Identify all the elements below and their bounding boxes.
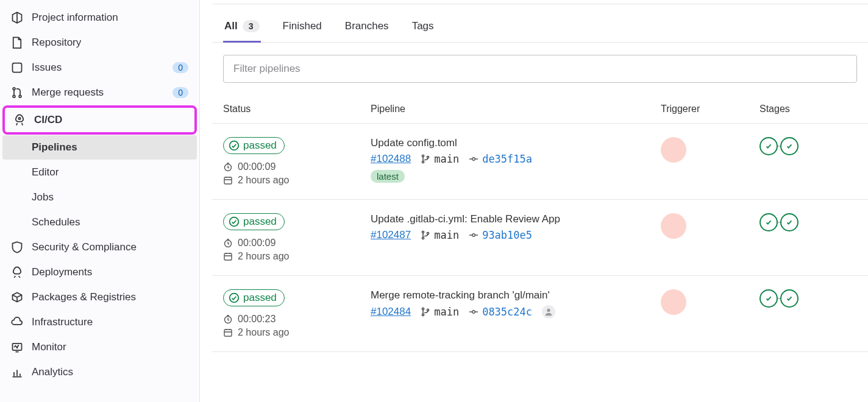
status-passed-icon — [229, 216, 240, 227]
svg-point-2 — [13, 95, 15, 97]
pipeline-id-link[interactable]: #102484 — [371, 306, 411, 318]
status-badge[interactable]: passed — [223, 213, 285, 230]
stage-2[interactable] — [780, 289, 799, 308]
triggerer-avatar[interactable] — [661, 213, 686, 239]
filter-pipelines-input[interactable] — [223, 55, 857, 83]
stopwatch-icon — [223, 238, 233, 248]
rocket-icon — [13, 114, 26, 126]
branch-name: main — [434, 306, 459, 318]
sidebar-item-label: Monitor — [32, 341, 188, 353]
commit-author-avatar[interactable] — [542, 305, 555, 319]
cloud-gear-icon — [11, 316, 23, 328]
svg-point-27 — [427, 309, 429, 311]
sidebar-item-label: Security & Compliance — [32, 241, 188, 253]
issues-count-badge: 0 — [173, 62, 188, 73]
svg-point-3 — [19, 95, 21, 97]
svg-point-10 — [422, 161, 424, 163]
svg-point-6 — [230, 141, 239, 150]
sidebar: Project information Repository Issues 0 … — [0, 0, 200, 402]
status-badge[interactable]: passed — [223, 289, 285, 306]
commit-link[interactable]: 93ab10e5 — [469, 229, 532, 241]
sidebar-sub-schedules[interactable]: Schedules — [2, 210, 197, 234]
pipeline-id-link[interactable]: #102487 — [371, 229, 411, 241]
svg-point-9 — [422, 155, 424, 157]
sidebar-item-cicd[interactable]: CI/CD — [2, 105, 197, 135]
time-ago: 2 hours ago — [238, 327, 290, 338]
sidebar-sub-pipelines[interactable]: Pipelines — [2, 135, 197, 160]
pipeline-title: Update .gitlab-ci.yml: Enable Review App — [371, 213, 661, 225]
branch-ref[interactable]: main — [421, 306, 459, 318]
svg-point-28 — [472, 311, 475, 313]
stage-2[interactable] — [780, 213, 799, 231]
sidebar-item-security[interactable]: Security & Compliance — [2, 235, 197, 259]
tab-label: All — [224, 20, 238, 32]
latest-badge: latest — [371, 170, 405, 183]
tab-label: Finished — [283, 20, 322, 32]
monitor-icon — [11, 341, 23, 353]
tab-finished[interactable]: Finished — [282, 12, 323, 43]
sidebar-item-repository[interactable]: Repository — [2, 30, 197, 55]
svg-rect-0 — [13, 63, 22, 72]
commit-sha: 0835c24c — [482, 306, 532, 318]
svg-point-1 — [13, 88, 15, 90]
table-header: Status Pipeline Triggerer Stages — [212, 95, 868, 124]
pipeline-row: passed 00:00:09 2 hours ago Update .gitl… — [212, 200, 868, 276]
stage-1[interactable] — [760, 289, 778, 308]
tab-all[interactable]: All 3 — [223, 12, 261, 43]
sidebar-item-issues[interactable]: Issues 0 — [2, 55, 197, 80]
stage-1[interactable] — [760, 137, 778, 155]
project-icon — [11, 12, 23, 24]
sidebar-item-packages[interactable]: Packages & Registries — [2, 285, 197, 309]
commit-icon — [469, 307, 478, 317]
commit-icon — [469, 230, 478, 240]
pipeline-id-link[interactable]: #102488 — [371, 153, 411, 165]
chart-icon — [11, 366, 23, 378]
pipeline-stages — [760, 213, 857, 231]
col-header-stages: Stages — [760, 104, 857, 115]
svg-rect-24 — [224, 330, 232, 336]
triggerer-avatar[interactable] — [661, 289, 686, 315]
pipeline-row: passed 00:00:23 2 hours ago Merge remote… — [212, 276, 868, 352]
sidebar-item-project-info[interactable]: Project information — [2, 5, 197, 30]
file-icon — [11, 37, 23, 49]
sidebar-sub-editor[interactable]: Editor — [2, 160, 197, 185]
shield-icon — [11, 241, 23, 253]
commit-sha: de35f15a — [482, 153, 532, 165]
sidebar-sub-jobs[interactable]: Jobs — [2, 185, 197, 210]
branch-ref[interactable]: main — [421, 229, 459, 241]
branch-ref[interactable]: main — [421, 153, 459, 165]
tab-label: Tags — [412, 20, 434, 32]
svg-point-25 — [422, 308, 424, 309]
branch-name: main — [434, 153, 459, 165]
sidebar-item-label: Pipelines — [32, 141, 188, 153]
branch-icon — [421, 230, 430, 240]
status-label: passed — [243, 139, 277, 152]
svg-rect-8 — [224, 177, 232, 184]
svg-point-11 — [427, 156, 429, 158]
stage-1[interactable] — [760, 213, 778, 231]
sidebar-item-merge-requests[interactable]: Merge requests 0 — [2, 80, 197, 105]
svg-point-29 — [547, 309, 550, 312]
time-ago: 2 hours ago — [238, 175, 290, 186]
sidebar-item-label: Schedules — [32, 216, 188, 228]
tab-tags[interactable]: Tags — [411, 12, 435, 43]
sidebar-item-analytics[interactable]: Analytics — [2, 360, 197, 384]
svg-point-4 — [18, 118, 20, 119]
deploy-icon — [11, 266, 23, 278]
status-label: passed — [243, 292, 277, 304]
sidebar-item-monitor[interactable]: Monitor — [2, 335, 197, 359]
sidebar-item-label: Repository — [32, 37, 188, 49]
duration: 00:00:09 — [238, 238, 276, 249]
status-passed-icon — [229, 140, 240, 151]
pipeline-row: passed 00:00:09 2 hours ago Update confi… — [212, 124, 868, 200]
triggerer-avatar[interactable] — [661, 137, 686, 163]
main-content: All 3 Finished Branches Tags Status Pipe… — [200, 0, 868, 402]
svg-point-12 — [472, 158, 475, 160]
tab-branches[interactable]: Branches — [344, 12, 390, 43]
commit-link[interactable]: de35f15a — [469, 153, 532, 165]
sidebar-item-infrastructure[interactable]: Infrastructure — [2, 310, 197, 334]
stage-2[interactable] — [780, 137, 799, 155]
commit-link[interactable]: 0835c24c — [469, 306, 532, 318]
status-badge[interactable]: passed — [223, 137, 285, 154]
sidebar-item-deployments[interactable]: Deployments — [2, 260, 197, 284]
